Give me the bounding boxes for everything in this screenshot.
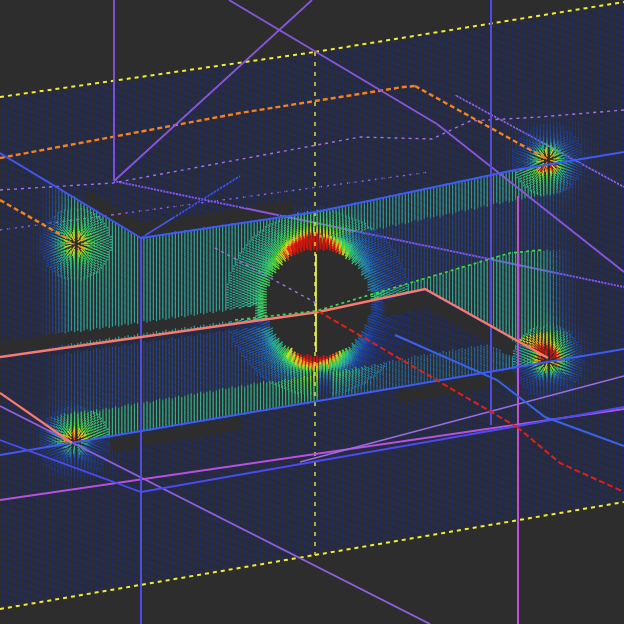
vector-field-canvas[interactable] [0, 0, 624, 624]
render-viewport[interactable] [0, 0, 624, 624]
